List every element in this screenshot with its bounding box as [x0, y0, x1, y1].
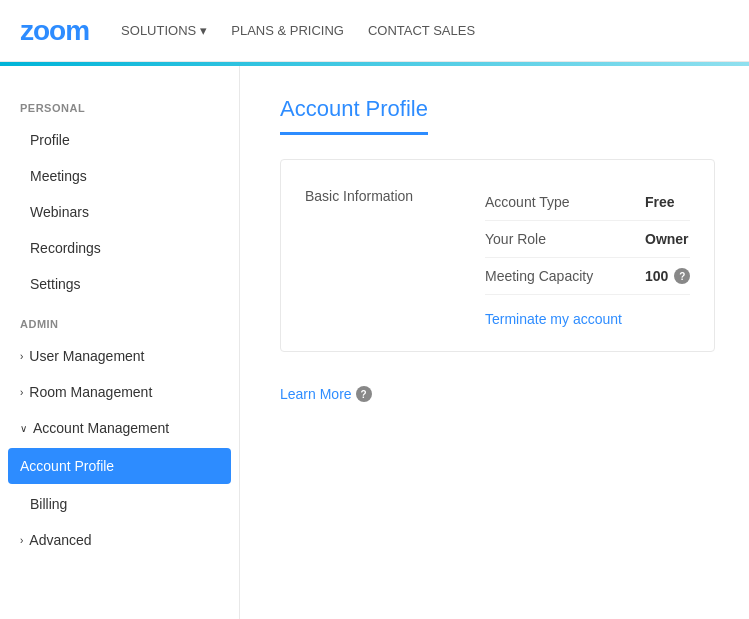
learn-more-help-icon[interactable]: ? — [356, 386, 372, 402]
personal-section-title: PERSONAL — [0, 94, 239, 122]
chevron-down-icon: ▾ — [200, 23, 207, 38]
your-role-value: Owner — [645, 231, 689, 247]
sidebar-item-webinars[interactable]: Webinars — [0, 194, 239, 230]
admin-section-title: ADMIN — [0, 310, 239, 338]
main-content: Account Profile Basic Information Accoun… — [240, 66, 749, 619]
main-layout: PERSONAL Profile Meetings Webinars Recor… — [0, 66, 749, 619]
info-fields: Account Type Free Your Role Owner Meetin… — [485, 184, 690, 327]
chevron-down-icon: ∨ — [20, 423, 27, 434]
account-type-row: Account Type Free — [485, 184, 690, 221]
sidebar-item-user-management[interactable]: › User Management — [0, 338, 239, 374]
sidebar-item-account-profile[interactable]: Account Profile — [8, 448, 231, 484]
sidebar-item-advanced[interactable]: › Advanced — [0, 522, 239, 558]
meeting-capacity-help-icon[interactable]: ? — [674, 268, 690, 284]
meeting-capacity-row: Meeting Capacity 100 ? — [485, 258, 690, 295]
chevron-right-icon: › — [20, 535, 23, 546]
account-type-label: Account Type — [485, 194, 645, 210]
sidebar-item-room-management[interactable]: › Room Management — [0, 374, 239, 410]
learn-more-link[interactable]: Learn More ? — [280, 386, 715, 402]
account-type-value: Free — [645, 194, 675, 210]
nav-contact-sales[interactable]: CONTACT SALES — [368, 23, 475, 38]
learn-more-section: Learn More ? — [280, 376, 715, 412]
sidebar-item-billing[interactable]: Billing — [0, 486, 239, 522]
nav-links: SOLUTIONS ▾ PLANS & PRICING CONTACT SALE… — [121, 23, 475, 38]
sidebar-item-meetings[interactable]: Meetings — [0, 158, 239, 194]
top-nav: zoom SOLUTIONS ▾ PLANS & PRICING CONTACT… — [0, 0, 749, 62]
sidebar-item-recordings[interactable]: Recordings — [0, 230, 239, 266]
terminate-account-link[interactable]: Terminate my account — [485, 311, 690, 327]
sidebar-item-account-management[interactable]: ∨ Account Management — [0, 410, 239, 446]
sidebar: PERSONAL Profile Meetings Webinars Recor… — [0, 66, 240, 619]
nav-plans-pricing[interactable]: PLANS & PRICING — [231, 23, 344, 38]
page-title: Account Profile — [280, 96, 428, 135]
basic-info-label: Basic Information — [305, 184, 425, 327]
your-role-row: Your Role Owner — [485, 221, 690, 258]
zoom-logo[interactable]: zoom — [20, 15, 89, 47]
chevron-right-icon: › — [20, 387, 23, 398]
sidebar-item-settings[interactable]: Settings — [0, 266, 239, 302]
meeting-capacity-value: 100 — [645, 268, 668, 284]
meeting-capacity-label: Meeting Capacity — [485, 268, 645, 284]
sidebar-item-profile[interactable]: Profile — [0, 122, 239, 158]
your-role-label: Your Role — [485, 231, 645, 247]
basic-info-section: Basic Information Account Type Free Your… — [280, 159, 715, 352]
nav-solutions[interactable]: SOLUTIONS ▾ — [121, 23, 207, 38]
chevron-right-icon: › — [20, 351, 23, 362]
